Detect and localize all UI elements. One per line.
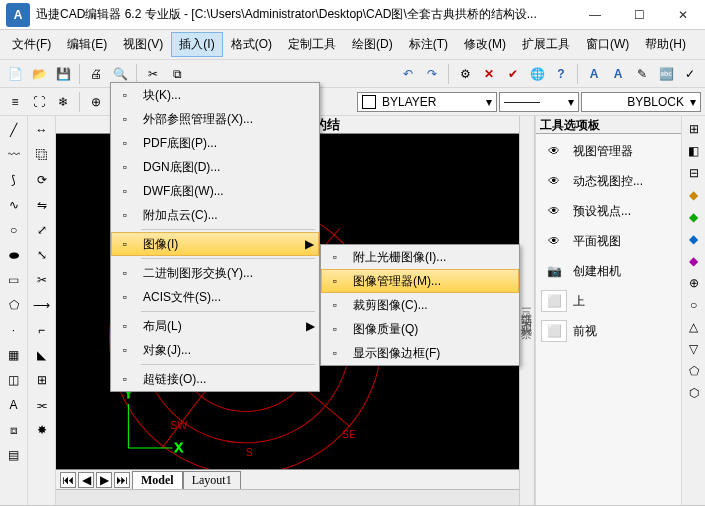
text-a1[interactable]: A	[583, 63, 605, 85]
zoom-button[interactable]: ⊕	[85, 91, 107, 113]
block-tool[interactable]: ⧈	[3, 419, 25, 441]
rt-2[interactable]: ◧	[685, 142, 703, 160]
circle-tool[interactable]: ○	[3, 219, 25, 241]
text-tool2[interactable]: A	[3, 394, 25, 416]
layer-button[interactable]: ≡	[4, 91, 26, 113]
menuitem[interactable]: ▫图像(I)▶	[111, 232, 319, 256]
palette-item[interactable]: 📷创建相机	[539, 257, 678, 285]
menuitem[interactable]: ▫图像质量(Q)	[321, 317, 519, 341]
close-button[interactable]: ✕	[661, 0, 705, 30]
menu-4[interactable]: 格式(O)	[223, 32, 280, 57]
menuitem[interactable]: ▫ACIS文件(S)...	[111, 285, 319, 309]
array-tool[interactable]: ⊞	[31, 369, 53, 391]
menu-1[interactable]: 编辑(E)	[59, 32, 115, 57]
tab-prev[interactable]: ◀	[78, 472, 94, 488]
rt-13[interactable]: ⬡	[685, 384, 703, 402]
palette-item[interactable]: ⬜上	[539, 287, 678, 315]
table-tool[interactable]: ▤	[3, 444, 25, 466]
tool-a[interactable]: ⚙	[454, 63, 476, 85]
rt-9[interactable]: ○	[685, 296, 703, 314]
palette-item[interactable]: 👁平面视图	[539, 227, 678, 255]
rt-1[interactable]: ⊞	[685, 120, 703, 138]
print-button[interactable]: 🖨	[85, 63, 107, 85]
line-tool[interactable]: ╱	[3, 119, 25, 141]
rt-3[interactable]: ⊟	[685, 164, 703, 182]
arc-tool[interactable]: ⟆	[3, 169, 25, 191]
menuitem[interactable]: ▫块(K)...	[111, 83, 319, 107]
minimize-button[interactable]: —	[573, 0, 617, 30]
menuitem[interactable]: ▫附加点云(C)...	[111, 203, 319, 227]
rt-12[interactable]: ⬠	[685, 362, 703, 380]
palette-item[interactable]: ⬜前视	[539, 317, 678, 345]
menuitem[interactable]: ▫图像管理器(M)...	[321, 269, 519, 293]
palette-item[interactable]: 👁视图管理器	[539, 137, 678, 165]
polyline-tool[interactable]: 〰	[3, 144, 25, 166]
scale-tool[interactable]: ⤢	[31, 219, 53, 241]
tab-first[interactable]: ⏮	[60, 472, 76, 488]
menu-0[interactable]: 文件(F)	[4, 32, 59, 57]
copy-tool[interactable]: ⿻	[31, 144, 53, 166]
tab-layout1[interactable]: Layout1	[183, 471, 241, 489]
menuitem[interactable]: ▫对象(J)...	[111, 338, 319, 362]
menuitem[interactable]: ▫DWF底图(W)...	[111, 179, 319, 203]
redo-button[interactable]: ↷	[421, 63, 443, 85]
point-tool[interactable]: ·	[3, 319, 25, 341]
tab-last[interactable]: ⏭	[114, 472, 130, 488]
menu-10[interactable]: 窗口(W)	[578, 32, 637, 57]
text-find[interactable]: 🔤	[655, 63, 677, 85]
rotate-tool[interactable]: ⟳	[31, 169, 53, 191]
layer-freeze[interactable]: ❄	[52, 91, 74, 113]
menu-11[interactable]: 帮助(H)	[637, 32, 694, 57]
menu-6[interactable]: 绘图(D)	[344, 32, 401, 57]
trim-tool[interactable]: ✂	[31, 269, 53, 291]
menu-5[interactable]: 定制工具	[280, 32, 344, 57]
tab-model[interactable]: Model	[132, 471, 183, 489]
extend-tool[interactable]: ⟶	[31, 294, 53, 316]
rt-11[interactable]: ▽	[685, 340, 703, 358]
menuitem[interactable]: ▫布局(L)▶	[111, 314, 319, 338]
menu-7[interactable]: 标注(T)	[401, 32, 456, 57]
rect-tool[interactable]: ▭	[3, 269, 25, 291]
globe-button[interactable]: 🌐	[526, 63, 548, 85]
text-a2[interactable]: A	[607, 63, 629, 85]
region-tool[interactable]: ◫	[3, 369, 25, 391]
open-button[interactable]: 📂	[28, 63, 50, 85]
undo-button[interactable]: ↶	[397, 63, 419, 85]
rt-10[interactable]: △	[685, 318, 703, 336]
spline-tool[interactable]: ∿	[3, 194, 25, 216]
rt-4[interactable]: ◆	[685, 186, 703, 204]
text-tool[interactable]: ✎	[631, 63, 653, 85]
block-combo[interactable]: BYBLOCK▾	[581, 92, 701, 112]
stretch-tool[interactable]: ⤡	[31, 244, 53, 266]
palette-item[interactable]: 👁预设视点...	[539, 197, 678, 225]
menu-2[interactable]: 视图(V)	[115, 32, 171, 57]
menuitem[interactable]: ▫DGN底图(D)...	[111, 155, 319, 179]
menuitem[interactable]: ▫PDF底图(P)...	[111, 131, 319, 155]
move-tool[interactable]: ↔	[31, 119, 53, 141]
menuitem[interactable]: ▫附上光栅图像(I)...	[321, 245, 519, 269]
menuitem[interactable]: ▫超链接(O)...	[111, 367, 319, 391]
menu-9[interactable]: 扩展工具	[514, 32, 578, 57]
menuitem[interactable]: ▫裁剪图像(C)...	[321, 293, 519, 317]
menu-8[interactable]: 修改(M)	[456, 32, 514, 57]
rt-6[interactable]: ◆	[685, 230, 703, 248]
hatch-tool[interactable]: ▦	[3, 344, 25, 366]
menuitem[interactable]: ▫外部参照管理器(X)...	[111, 107, 319, 131]
menu-3[interactable]: 插入(I)	[171, 32, 222, 57]
h-scrollbar[interactable]	[56, 489, 519, 505]
maximize-button[interactable]: ☐	[617, 0, 661, 30]
lineweight-combo[interactable]: ———▾	[499, 92, 579, 112]
rt-8[interactable]: ⊕	[685, 274, 703, 292]
spell-button[interactable]: ✓	[679, 63, 701, 85]
save-button[interactable]: 💾	[52, 63, 74, 85]
chamfer-tool[interactable]: ◣	[31, 344, 53, 366]
help-button[interactable]: ?	[550, 63, 572, 85]
tab-next[interactable]: ▶	[96, 472, 112, 488]
rt-5[interactable]: ◆	[685, 208, 703, 226]
layer-combo[interactable]: BYLAYER▾	[357, 92, 497, 112]
polygon-tool[interactable]: ⬠	[3, 294, 25, 316]
ellipse-tool[interactable]: ⬬	[3, 244, 25, 266]
rt-7[interactable]: ◆	[685, 252, 703, 270]
check-button[interactable]: ✔	[502, 63, 524, 85]
palette-item[interactable]: 👁动态视图控...	[539, 167, 678, 195]
